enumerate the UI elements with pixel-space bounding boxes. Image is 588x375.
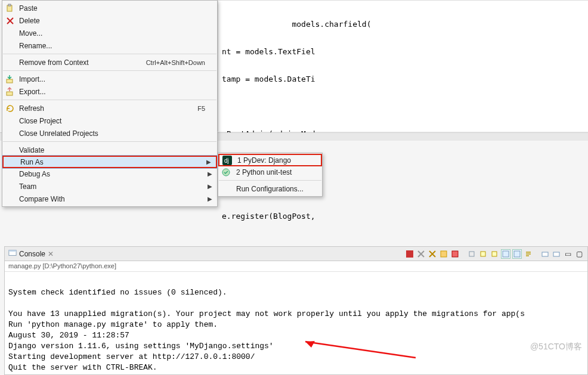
- separator: [3, 141, 216, 142]
- submenu-arrow-icon: ▶: [208, 171, 212, 177]
- menu-close-unrelated[interactable]: Close Unrelated Projects: [2, 127, 217, 140]
- menu-validate[interactable]: Validate: [2, 144, 217, 156]
- remove-all-icon[interactable]: [416, 249, 426, 259]
- submenu-arrow-icon: ▶: [206, 159, 211, 165]
- console-panel: Console ✕ ▭ ▢ manage.py [D:\Python27\pyt…: [4, 246, 588, 375]
- menu-paste[interactable]: Paste: [2, 2, 217, 14]
- svg-rect-16: [514, 251, 520, 257]
- svg-rect-3: [7, 92, 13, 95]
- console-output[interactable]: System check identified no issues (0 sil…: [5, 272, 587, 375]
- separator: [3, 70, 216, 71]
- menu-rename[interactable]: Rename...: [2, 39, 217, 52]
- export-icon: [5, 87, 15, 97]
- svg-rect-2: [7, 79, 13, 83]
- svg-rect-1: [8, 4, 11, 6]
- clear-icon[interactable]: [439, 249, 448, 259]
- menu-move[interactable]: Move...: [2, 27, 217, 39]
- svg-rect-12: [469, 252, 474, 256]
- submenu-run-configurations[interactable]: Run Configurations...: [218, 182, 322, 195]
- console-tab[interactable]: Console ✕: [5, 247, 57, 261]
- separator: [3, 54, 216, 54]
- code-line: [218, 102, 588, 111]
- menu-run-as[interactable]: Run As ▶: [2, 156, 217, 168]
- menu-import[interactable]: Import...: [2, 73, 217, 85]
- svg-text:dj: dj: [224, 157, 229, 164]
- svg-rect-17: [542, 252, 548, 256]
- code-line: tamp = models.DateTi: [218, 75, 588, 84]
- svg-rect-13: [481, 252, 485, 256]
- open-console-icon[interactable]: [540, 249, 550, 259]
- terminate-icon[interactable]: [405, 249, 414, 259]
- paste-icon: [5, 4, 15, 13]
- menu-close-project[interactable]: Close Project: [2, 114, 217, 127]
- pin-icon[interactable]: [478, 249, 488, 259]
- console-toolbar: ▭ ▢: [405, 249, 587, 259]
- word-wrap-icon[interactable]: [524, 249, 533, 259]
- show-console-on-output-icon[interactable]: [501, 249, 510, 259]
- console-process-label: manage.py [D:\Python27\python.exe]: [5, 261, 587, 272]
- menu-delete[interactable]: Delete: [2, 14, 217, 27]
- code-line: nt = models.TextFiel: [218, 47, 588, 57]
- svg-rect-10: [441, 251, 447, 257]
- scroll-lock-icon[interactable]: [467, 249, 476, 259]
- menu-export[interactable]: Export...: [2, 85, 217, 98]
- code-line: e.register(BlogPost,: [218, 212, 588, 221]
- submenu-arrow-icon: ▶: [208, 196, 212, 202]
- svg-rect-15: [503, 251, 509, 257]
- menu-refresh[interactable]: Refresh F5: [2, 102, 217, 114]
- menu-remove-from-context[interactable]: Remove from Context Ctrl+Alt+Shift+Down: [2, 56, 217, 69]
- submenu-arrow-icon: ▶: [208, 183, 212, 190]
- console-tabbar: Console ✕ ▭ ▢: [5, 247, 587, 261]
- remove-launch-icon[interactable]: [428, 249, 437, 259]
- separator: [219, 180, 321, 181]
- delete-icon: [5, 16, 15, 26]
- svg-rect-11: [452, 251, 458, 257]
- minimize-icon[interactable]: ▭: [563, 249, 572, 259]
- submenu-python-unittest[interactable]: 2 Python unit-test: [218, 166, 322, 178]
- close-icon[interactable]: ✕: [48, 250, 54, 258]
- refresh-icon: [5, 104, 15, 113]
- show-console-on-error-icon[interactable]: [512, 249, 522, 259]
- code-line: models.charfield(: [218, 20, 588, 29]
- import-icon: [5, 75, 15, 84]
- svg-rect-14: [492, 252, 497, 256]
- console-icon: [8, 249, 17, 259]
- separator: [3, 100, 216, 100]
- svg-rect-8: [9, 250, 16, 252]
- svg-rect-18: [553, 252, 559, 256]
- display-selected-icon[interactable]: [552, 249, 561, 259]
- menu-debug-as[interactable]: Debug As ▶: [2, 168, 217, 180]
- svg-rect-9: [406, 250, 413, 258]
- settings-icon[interactable]: [490, 249, 499, 259]
- python-test-icon: [221, 168, 231, 177]
- run-as-submenu: dj 1 PyDev: Django 2 Python unit-test Ru…: [218, 153, 323, 197]
- submenu-pydev-django[interactable]: dj 1 PyDev: Django: [218, 154, 322, 166]
- maximize-icon[interactable]: ▢: [574, 249, 584, 259]
- clear-all-icon[interactable]: [450, 249, 460, 259]
- menu-compare-with[interactable]: Compare With ▶: [2, 193, 217, 205]
- menu-team[interactable]: Team ▶: [2, 180, 217, 193]
- context-menu: Paste Delete Move... Rename... Remove fr…: [2, 0, 218, 207]
- django-icon: dj: [222, 156, 232, 165]
- watermark: @51CTO博客: [530, 342, 582, 352]
- code-editor[interactable]: models.charfield( nt = models.TextFiel t…: [218, 0, 588, 131]
